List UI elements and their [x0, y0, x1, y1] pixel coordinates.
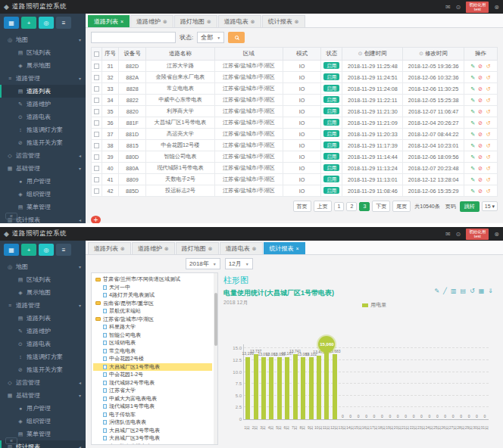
page-number-button[interactable]: 3 [359, 202, 370, 211]
tab-stats-report[interactable]: 统计报表× [264, 242, 305, 254]
row-checkbox[interactable] [94, 132, 99, 137]
month-select[interactable]: 12月 ▼ [225, 258, 253, 269]
bar[interactable] [301, 357, 305, 419]
tab-stats-report[interactable]: 统计报表⊗ [262, 15, 305, 27]
delete-icon[interactable]: ⊘ [478, 120, 483, 126]
add-quick-button[interactable]: + [21, 244, 36, 256]
reset-icon[interactable]: ↺ [486, 120, 490, 126]
tree-folder-item[interactable]: 江苏省/盐城市/亭湖区 [93, 316, 212, 324]
row-checkbox[interactable] [94, 98, 99, 103]
delete-icon[interactable]: ⊘ [478, 86, 483, 92]
page-prev-button[interactable]: 上页 [314, 201, 332, 212]
sidebar-item-push-dim-plan[interactable]: ↕推送调灯方案 [0, 123, 86, 136]
logout-icon[interactable]: ⊗ [494, 231, 499, 238]
tree-leaf-item[interactable]: 常立电电表 [93, 347, 212, 356]
page-number-button[interactable]: 1 [334, 202, 345, 211]
user-badge[interactable]: 初始化用 test [466, 2, 489, 13]
bar[interactable] [285, 357, 289, 419]
row-checkbox[interactable] [94, 64, 99, 69]
row-checkbox[interactable] [94, 109, 99, 114]
status-select[interactable]: 全部 ▼ [197, 32, 224, 43]
edit-icon[interactable]: ✎ [470, 142, 475, 149]
tree-scrollbar-thumb[interactable] [214, 293, 217, 346]
sidebar-item-road-list[interactable]: ▤道路列表 [0, 312, 86, 325]
sidebar-item-map[interactable]: ◎地图▾ [0, 260, 86, 273]
edit-icon[interactable]: ✎ [470, 74, 475, 81]
tab-close-icon[interactable]: ⊗ [252, 246, 257, 252]
tree-leaf-item[interactable]: 南昌路办公楼电表 [93, 443, 212, 446]
page-last-button[interactable]: 尾页 [392, 201, 411, 212]
menu-quick-button[interactable]: ≡ [56, 17, 71, 29]
sidebar-item-org-mgmt[interactable]: ◈组织管理 [0, 415, 86, 428]
bar[interactable] [333, 354, 337, 419]
sidebar-item-road-mgmt[interactable]: ≡道路管理▾ [0, 299, 86, 312]
bar[interactable] [293, 354, 298, 419]
logout-icon[interactable]: ⊗ [494, 4, 499, 11]
tab-close-icon[interactable]: ⊗ [163, 19, 167, 25]
tab-close-icon[interactable]: × [120, 19, 123, 24]
sidebar-item-user-mgmt[interactable]: ●用户管理 [0, 175, 86, 188]
tree-scrollbar[interactable] [214, 273, 217, 444]
tab-close-icon[interactable]: ⊗ [120, 246, 125, 252]
tree-leaf-item[interactable]: 科星路大学 [93, 323, 212, 331]
delete-icon[interactable]: ⊘ [478, 188, 483, 194]
delete-icon[interactable]: ⊘ [478, 176, 483, 183]
tree-leaf-item[interactable]: 电子传动车 [93, 411, 212, 419]
sidebar-item-road-meter[interactable]: ⊙道路电表 [0, 110, 86, 123]
grid-quick-button[interactable]: ▦ [4, 17, 19, 29]
bar[interactable] [277, 357, 282, 419]
tab-close-icon[interactable]: × [296, 246, 299, 251]
tree-leaf-item[interactable]: 现代城际2号带电表 [93, 379, 212, 387]
tab-lamp-map[interactable]: 路灯地图⊗ [176, 242, 219, 254]
tab-close-icon[interactable]: ⊗ [208, 246, 213, 252]
save-image-icon[interactable]: ⇓ [488, 288, 493, 294]
sidebar-item-menu-mgmt[interactable]: ▤菜单管理 [0, 201, 86, 213]
bar[interactable] [269, 357, 273, 419]
bar[interactable] [317, 356, 321, 419]
tree-leaf-item[interactable]: 江苏省大学 [93, 387, 212, 395]
row-checkbox[interactable] [94, 188, 99, 194]
bar[interactable] [309, 357, 314, 419]
reset-icon[interactable]: ↺ [486, 97, 490, 104]
tab-road-meter[interactable]: 道路电表⊗ [218, 15, 261, 27]
bell-icon[interactable]: ⊙ [456, 231, 461, 238]
tree-leaf-item[interactable]: 天河一中 [93, 284, 212, 292]
reset-icon[interactable]: ↺ [486, 176, 490, 183]
tab-road-maintain[interactable]: 道路维护⊗ [130, 15, 173, 27]
sidebar-item-road-list[interactable]: ▤道路列表 [0, 85, 86, 98]
mark-icon[interactable]: ✎ [434, 288, 439, 294]
tab-close-icon[interactable]: ⊗ [251, 19, 255, 25]
edit-icon[interactable]: ✎ [470, 188, 475, 194]
add-quick-button[interactable]: + [21, 17, 36, 29]
tab-close-icon[interactable]: ⊗ [207, 19, 211, 25]
search-input[interactable] [91, 32, 176, 43]
reset-icon[interactable]: ↺ [486, 108, 490, 115]
sidebar-item-road-mgmt[interactable]: ≡道路管理▾ [0, 72, 86, 85]
sidebar-item-ops-mgmt[interactable]: ◇运营管理◂ [0, 149, 86, 162]
edit-icon[interactable]: ✎ [470, 86, 475, 92]
edit-icon[interactable]: ✎ [470, 165, 475, 172]
restore-icon[interactable]: ↺ [470, 288, 475, 294]
edit-icon[interactable]: ✎ [470, 154, 475, 160]
tab-close-icon[interactable]: ⊗ [164, 246, 169, 252]
tree-leaf-item[interactable]: 智能公司电表 [93, 331, 212, 340]
sidebar-item-base-mgmt[interactable]: ▦基础管理▾ [0, 162, 86, 175]
delete-icon[interactable]: ⊘ [478, 142, 483, 149]
row-checkbox[interactable] [94, 177, 99, 182]
row-checkbox[interactable] [94, 166, 99, 171]
edit-icon[interactable]: ✎ [470, 108, 475, 115]
row-checkbox[interactable] [94, 86, 99, 92]
sidebar-item-road-maintain[interactable]: ✎道路维护 [0, 98, 86, 110]
tree-leaf-item[interactable]: 大昌城厂区3号带电表 [93, 434, 212, 443]
search-button[interactable] [228, 32, 245, 43]
sidebar-item-region-list[interactable]: ▤区域列表 [0, 273, 86, 286]
sidebar-item-road-maintain[interactable]: ✎道路维护 [0, 325, 86, 338]
page-number-button[interactable]: 2 [346, 202, 357, 211]
select-all-checkbox[interactable] [94, 51, 99, 57]
tab-lamp-map[interactable]: 路灯地图⊗ [174, 15, 217, 27]
sidebar-item-road-meter[interactable]: ⊙道路电表 [0, 338, 86, 350]
stack-icon[interactable]: ▤ [460, 288, 466, 294]
row-checkbox[interactable] [94, 75, 99, 80]
tree-leaf-item[interactable]: 4路灯开关电表测试 [93, 291, 212, 300]
edit-icon[interactable]: ✎ [470, 120, 475, 126]
